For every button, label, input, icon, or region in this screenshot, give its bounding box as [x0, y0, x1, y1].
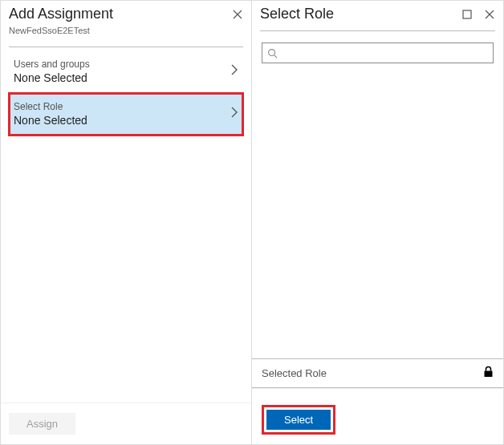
- lock-icon: [483, 366, 494, 381]
- right-footer: Select: [252, 388, 503, 444]
- select-role-pane: Select Role Selected Role Select: [252, 1, 503, 444]
- step-title: Users and groups: [14, 59, 230, 70]
- step-value: None Selected: [14, 71, 230, 84]
- maximize-icon[interactable]: [461, 9, 473, 20]
- select-button-highlight: Select: [262, 405, 335, 435]
- selected-role-label: Selected Role: [262, 367, 483, 379]
- chevron-right-icon: [230, 63, 238, 80]
- assignment-steps-list: Users and groups None Selected Select Ro…: [1, 47, 251, 403]
- search-row: [252, 31, 503, 68]
- assign-button: Assign: [9, 413, 75, 435]
- close-icon[interactable]: [232, 9, 243, 20]
- search-box[interactable]: [262, 42, 494, 63]
- role-list-area: [252, 68, 503, 358]
- selected-role-row: Selected Role: [252, 358, 503, 388]
- svg-point-1: [269, 49, 275, 55]
- add-assignment-pane: Add Assignment NewFedSsoE2ETest Users an…: [1, 1, 252, 444]
- left-pane-header: Add Assignment: [1, 1, 251, 26]
- right-pane-title: Select Role: [260, 6, 334, 22]
- left-footer: Assign: [1, 403, 251, 444]
- chevron-right-icon: [230, 106, 238, 123]
- select-button[interactable]: Select: [266, 410, 331, 430]
- left-pane-subtitle: NewFedSsoE2ETest: [1, 26, 251, 42]
- right-pane-header: Select Role: [252, 1, 503, 26]
- step-select-role[interactable]: Select Role None Selected: [9, 93, 243, 136]
- step-value: None Selected: [14, 114, 230, 127]
- step-title: Select Role: [14, 101, 230, 112]
- step-users-and-groups[interactable]: Users and groups None Selected: [9, 51, 243, 93]
- close-icon[interactable]: [484, 9, 495, 20]
- search-icon: [267, 48, 278, 59]
- role-search-input[interactable]: [282, 47, 488, 59]
- svg-rect-0: [463, 10, 471, 18]
- left-pane-title: Add Assignment: [9, 6, 113, 22]
- svg-rect-2: [485, 371, 493, 378]
